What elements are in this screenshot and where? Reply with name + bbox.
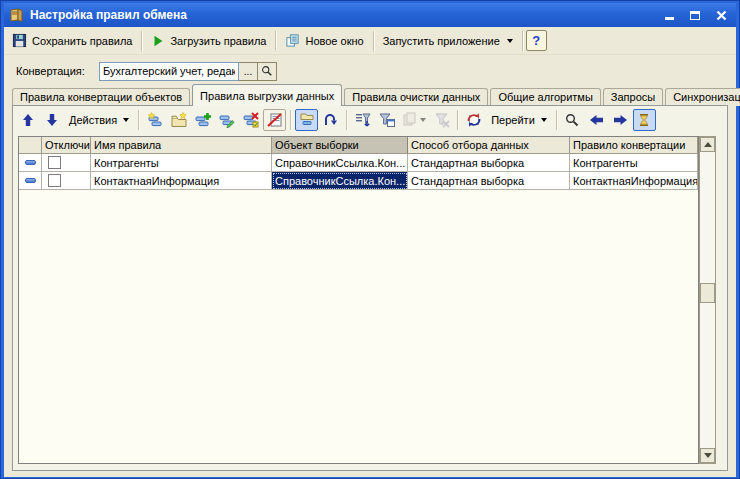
- clear-filter-icon: [434, 112, 450, 128]
- scrollbar-thumb[interactable]: [700, 283, 715, 303]
- add-icon: [147, 112, 163, 128]
- tab-object-conversion-rules[interactable]: Правила конвертации объектов: [12, 88, 190, 106]
- help-button[interactable]: ?: [526, 30, 547, 51]
- refresh-icon: [466, 112, 482, 128]
- run-application-label: Запустить приложение: [383, 35, 500, 47]
- toolbar-separator: [346, 110, 347, 130]
- edit-button[interactable]: [215, 109, 238, 131]
- toolbar-separator: [522, 31, 523, 51]
- conversion-input[interactable]: [99, 62, 239, 81]
- conversion-rule-cell[interactable]: КонтактнаяИнформация: [570, 172, 698, 190]
- actions-button[interactable]: Действия: [64, 111, 134, 129]
- toolbar-separator: [138, 110, 139, 130]
- tab-data-export-rules[interactable]: Правила выгрузки данных: [192, 84, 342, 106]
- refresh-button[interactable]: [462, 109, 485, 131]
- load-rules-button[interactable]: Загрузить правила: [145, 31, 272, 51]
- titlebar: Настройка правил обмена: [4, 3, 736, 27]
- table-row[interactable]: Контрагенты СправочникСсылка.Кон... Стан…: [19, 154, 698, 172]
- column-header-selection-method[interactable]: Способ отбора данных: [408, 137, 570, 154]
- window-icon: [9, 7, 25, 23]
- scroll-down-button[interactable]: [700, 448, 715, 463]
- conversion-rule-cell[interactable]: Контрагенты: [570, 154, 698, 172]
- deletion-mark-button[interactable]: [263, 109, 286, 131]
- add-group-button[interactable]: [167, 109, 190, 131]
- add-button[interactable]: [143, 109, 166, 131]
- table-row[interactable]: КонтактнаяИнформация СправочникСсылка.Ко…: [19, 172, 698, 190]
- back-icon: [589, 113, 604, 127]
- goto-button[interactable]: Перейти: [486, 111, 552, 129]
- column-header-conversion-rule[interactable]: Правило конвертации: [570, 137, 698, 154]
- column-header-selection-object[interactable]: Объект выборки: [272, 137, 408, 154]
- clear-filter-button: [430, 109, 453, 131]
- close-button[interactable]: [711, 7, 731, 23]
- search-icon: [565, 113, 579, 127]
- selection-object-cell-selected[interactable]: СправочникСсылка.Кон...: [272, 172, 408, 190]
- move-down-button[interactable]: [40, 109, 63, 131]
- move-down-icon: [45, 113, 59, 127]
- actions-label: Действия: [69, 114, 117, 126]
- conversion-more-button[interactable]: ...: [239, 62, 258, 81]
- selection-method-cell[interactable]: Стандартная выборка: [408, 172, 570, 190]
- forward-icon: [613, 113, 628, 127]
- load-icon: [151, 34, 165, 48]
- dropdown-caret-icon: [420, 118, 426, 122]
- column-header-disable[interactable]: Отключить: [42, 137, 91, 154]
- tab-data-clearing-rules[interactable]: Правила очистки данных: [344, 88, 488, 106]
- move-up-button[interactable]: [16, 109, 39, 131]
- toolbar-separator: [556, 110, 557, 130]
- conversion-label: Конвертация:: [16, 65, 99, 77]
- hierarchy-icon: [299, 112, 315, 128]
- scroll-up-button[interactable]: [700, 137, 715, 152]
- tab-queries[interactable]: Запросы: [603, 88, 663, 106]
- save-rules-label: Сохранить правила: [32, 35, 132, 47]
- scroll-down-icon: [704, 453, 712, 458]
- selection-object-cell[interactable]: СправочникСсылка.Кон...: [272, 154, 408, 172]
- toolbar-separator: [457, 110, 458, 130]
- maximize-icon: [690, 11, 700, 20]
- dropdown-caret-icon: [123, 118, 129, 122]
- select-value-icon: [261, 65, 273, 77]
- copy-button[interactable]: [191, 109, 214, 131]
- wait-mode-button[interactable]: [633, 109, 656, 131]
- disable-checkbox[interactable]: [48, 174, 61, 187]
- back-button[interactable]: [585, 109, 608, 131]
- conversion-select-button[interactable]: [258, 62, 277, 81]
- delete-button[interactable]: [239, 109, 262, 131]
- tab-synchronization[interactable]: Синхронизация: [665, 88, 740, 106]
- parent-level-button[interactable]: [319, 109, 342, 131]
- run-application-button[interactable]: Запустить приложение: [377, 32, 519, 50]
- rule-name-cell[interactable]: КонтактнаяИнформация: [91, 172, 272, 190]
- goto-label: Перейти: [491, 114, 535, 126]
- search-button[interactable]: [561, 109, 584, 131]
- row-marker-cell: [19, 154, 42, 172]
- dropdown-caret-icon: [541, 118, 547, 122]
- parent-level-icon: [323, 112, 339, 128]
- column-header-rule-name[interactable]: Имя правила: [91, 137, 272, 154]
- sort-filter-button[interactable]: [351, 109, 374, 131]
- edit-icon: [219, 112, 235, 128]
- save-rules-button[interactable]: Сохранить правила: [6, 30, 138, 51]
- vertical-scrollbar[interactable]: [699, 136, 716, 464]
- forward-button[interactable]: [609, 109, 632, 131]
- copy-icon: [195, 112, 211, 128]
- tab-common-algorithms[interactable]: Общие алгоритмы: [490, 88, 600, 106]
- window-title: Настройка правил обмена: [30, 8, 187, 22]
- move-up-icon: [21, 113, 35, 127]
- sort-filter-icon: [355, 112, 371, 128]
- new-window-label: Новое окно: [305, 35, 363, 47]
- hierarchy-view-button[interactable]: [295, 109, 318, 131]
- selection-method-cell[interactable]: Стандартная выборка: [408, 154, 570, 172]
- filter-settings-button[interactable]: [375, 109, 398, 131]
- rules-grid: Отключить Имя правила Объект выборки Спо…: [18, 136, 699, 464]
- rule-name-cell[interactable]: Контрагенты: [91, 154, 272, 172]
- minimize-button[interactable]: [659, 7, 679, 23]
- disable-cell: [42, 154, 91, 172]
- scroll-up-icon: [704, 142, 712, 147]
- toolbar-separator: [141, 31, 142, 51]
- column-header-marker[interactable]: [19, 137, 42, 154]
- new-window-button[interactable]: Новое окно: [279, 30, 369, 51]
- disable-checkbox[interactable]: [48, 156, 61, 169]
- disable-cell: [42, 172, 91, 190]
- maximize-button[interactable]: [685, 7, 705, 23]
- main-toolbar: Сохранить правила Загрузить правила Ново…: [4, 27, 736, 55]
